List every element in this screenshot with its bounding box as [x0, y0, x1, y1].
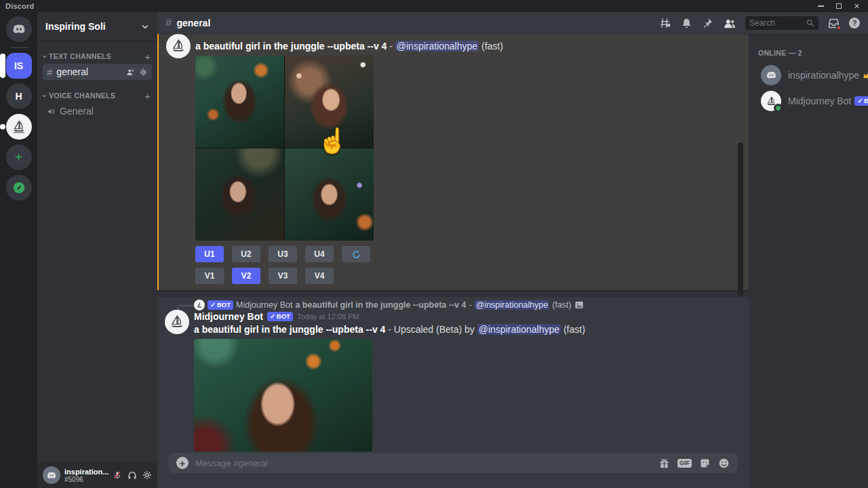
gear-icon: [142, 470, 152, 480]
add-server-button[interactable]: +: [6, 144, 32, 170]
reply-text: a beautiful girl in the junggle --upbeta…: [295, 300, 466, 310]
prompt-text: a beautiful girl in the junggle --upbeta…: [194, 324, 385, 335]
mic-muted-button[interactable]: [113, 470, 122, 480]
user-identity[interactable]: inspiration... #5096: [64, 468, 108, 483]
server-initials: IS: [14, 60, 23, 71]
reply-dash: -: [469, 300, 472, 310]
grid-image-4[interactable]: [285, 148, 374, 241]
reply-author: Midjourney Bot: [236, 300, 292, 310]
reply-avatar: [194, 300, 205, 310]
help-button[interactable]: ?: [849, 18, 860, 28]
hash-icon: #: [47, 66, 52, 78]
sailboat-icon: [168, 313, 186, 331]
unread-server-pill: [0, 124, 5, 129]
server-rail: IS H +: [0, 12, 37, 488]
username: inspiration...: [64, 468, 108, 476]
channel-toolbar: # general: [157, 12, 868, 34]
sticker-button[interactable]: [699, 458, 711, 469]
maximize-icon[interactable]: [836, 3, 842, 9]
message-author-line: Midjourney Bot ✓BOT Today at 12:08 PM: [194, 311, 359, 322]
grid-image-3[interactable]: [195, 148, 284, 241]
reroll-button[interactable]: [342, 246, 370, 262]
message-input[interactable]: [195, 458, 652, 468]
create-channel-icon[interactable]: +: [144, 91, 151, 101]
discord-logo-icon: [766, 70, 777, 80]
search-box[interactable]: [745, 16, 818, 30]
search-input[interactable]: [749, 18, 804, 28]
grid-image-2[interactable]: [285, 56, 374, 148]
author-name[interactable]: Midjourney Bot: [194, 311, 263, 322]
voice-channel-name: General: [60, 106, 148, 117]
upscaled-by-text: - Upscaled (Beta) by: [388, 324, 475, 335]
server-button-h[interactable]: H: [6, 83, 32, 109]
variation-button-v2[interactable]: V2: [232, 268, 260, 284]
minimize-icon[interactable]: [818, 5, 824, 7]
member-list-toggle-button[interactable]: [723, 18, 736, 29]
upscaled-image[interactable]: [194, 339, 372, 451]
variation-button-v1[interactable]: V1: [195, 268, 224, 284]
window-controls: ✕: [818, 3, 863, 10]
variation-button-v4[interactable]: V4: [305, 268, 334, 284]
message-input-bar: + GIF: [168, 453, 738, 473]
user-mention[interactable]: @inspirationalhype: [477, 324, 561, 335]
category-text-channels[interactable]: TEXT CHANNELS +: [37, 50, 157, 62]
pinned-messages-button[interactable]: [702, 18, 713, 29]
gift-button[interactable]: [658, 458, 670, 469]
emoji-button[interactable]: [718, 458, 730, 469]
generated-image-grid[interactable]: ☝: [195, 56, 374, 241]
channel-item-general[interactable]: # general: [43, 64, 152, 80]
gif-picker-button[interactable]: GIF: [677, 459, 692, 468]
verified-check-icon: ✓: [210, 301, 216, 308]
user-settings-button[interactable]: [142, 470, 152, 480]
grid-image-1[interactable]: [195, 56, 284, 148]
upscale-button-u2[interactable]: U2: [232, 246, 260, 262]
invite-people-icon[interactable]: [126, 68, 135, 77]
server-button-midjourney[interactable]: [6, 114, 32, 140]
gift-icon: [658, 458, 670, 469]
bot-badge-label: BOT: [277, 312, 290, 320]
channel-sidebar: Inspiring Soli TEXT CHANNELS + # general: [37, 12, 157, 488]
fast-label: (fast): [552, 300, 571, 310]
member-row-midjourney-bot[interactable]: Midjourney Bot ✓BOT: [758, 88, 863, 114]
fast-label: (fast): [481, 41, 503, 52]
speaker-icon: [47, 107, 56, 116]
midjourney-bot-avatar[interactable]: [165, 310, 189, 334]
bot-badge: ✓BOT: [267, 312, 293, 321]
variation-button-v3[interactable]: V3: [269, 268, 297, 284]
threads-icon: [659, 17, 671, 29]
inbox-button[interactable]: [828, 18, 840, 29]
close-icon[interactable]: ✕: [854, 3, 860, 10]
upscale-button-u4[interactable]: U4: [305, 246, 334, 262]
notifications-button[interactable]: [681, 18, 692, 29]
member-avatar: [761, 91, 781, 111]
upscale-button-u1[interactable]: U1: [195, 246, 224, 262]
chat-scrollbar-thumb[interactable]: [738, 142, 743, 296]
plus-icon: +: [15, 150, 23, 164]
image-attachment-icon: [574, 300, 584, 310]
channel-settings-gear-icon[interactable]: [139, 68, 148, 77]
attach-file-icon[interactable]: +: [176, 457, 189, 469]
discriminator: #5096: [64, 476, 108, 483]
server-button-inspiring-soli[interactable]: IS: [6, 53, 32, 79]
server-header-dropdown[interactable]: Inspiring Soli: [37, 12, 157, 41]
midjourney-bot-avatar[interactable]: [166, 34, 191, 58]
member-row-inspirationalhype[interactable]: inspirationalhype: [758, 62, 863, 88]
active-server-pill: [0, 54, 5, 78]
user-mention[interactable]: @inspirationalhype: [395, 41, 479, 52]
home-server-button[interactable]: [6, 16, 32, 42]
user-mention[interactable]: @inspirationalhype: [475, 300, 550, 310]
category-voice-channels[interactable]: VOICE CHANNELS +: [37, 89, 157, 102]
deafen-button[interactable]: [127, 470, 137, 480]
threads-button[interactable]: [659, 17, 671, 29]
reply-reference[interactable]: ✓BOT Midjourney Bot a beautiful girl in …: [194, 300, 584, 310]
explore-servers-button[interactable]: [6, 175, 32, 201]
upscale-button-u3[interactable]: U3: [269, 246, 297, 262]
window-titlebar: Discord ✕: [0, 0, 868, 12]
voice-channel-item-general[interactable]: General: [43, 103, 152, 119]
inbox-badge: [836, 25, 842, 30]
create-channel-icon[interactable]: +: [144, 52, 151, 62]
server-owner-crown-icon: [863, 72, 868, 79]
user-avatar[interactable]: [43, 466, 60, 484]
members-icon: [723, 18, 736, 29]
server-initials: H: [15, 91, 22, 102]
